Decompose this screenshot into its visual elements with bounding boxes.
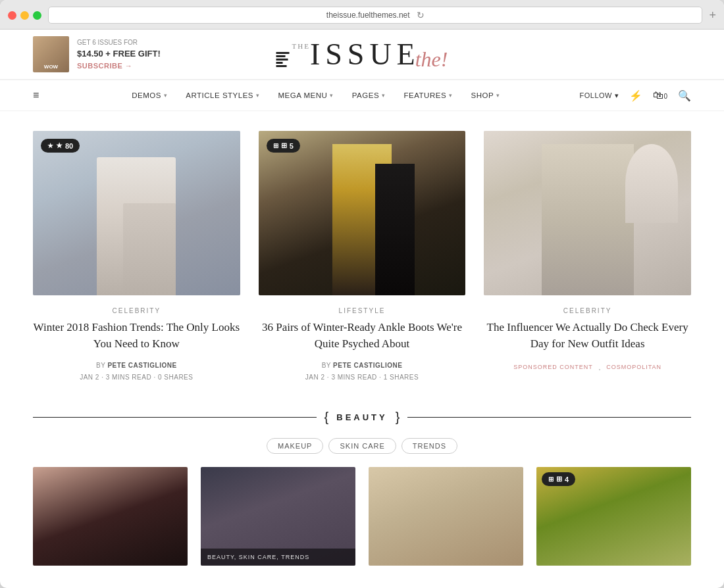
beauty-card[interactable]: ⊞ 4 bbox=[536, 467, 691, 566]
nav-article-styles[interactable]: ARTICLE STYLES ▾ bbox=[176, 80, 269, 111]
beauty-section-title: BEAUTY bbox=[331, 412, 392, 422]
beauty-image bbox=[33, 467, 188, 566]
badge-value: 4 bbox=[565, 476, 569, 483]
beauty-card[interactable]: BEAUTY, SKIN CARE, TRENDS bbox=[201, 467, 355, 566]
shop-chevron-icon: ▾ bbox=[496, 92, 500, 99]
nav-mega-menu-label: MEGA MENU bbox=[278, 91, 327, 99]
author-name: PETE CASTIGLIONE bbox=[333, 362, 402, 369]
nav-features[interactable]: FEATURES ▾ bbox=[395, 80, 462, 111]
article-image-wrap[interactable]: ★ 80 bbox=[33, 131, 240, 295]
search-icon[interactable]: 🔍 bbox=[678, 89, 691, 102]
article-meta: BY PETE CASTIGLIONE JAN 2 · 3 MINS READ … bbox=[259, 360, 466, 383]
badge-gallery-icon: ⊞ bbox=[281, 141, 287, 150]
nav-shop-label: SHOP bbox=[471, 91, 494, 99]
logo-sub-text: THE bbox=[292, 39, 310, 50]
article-tags: SPONSORED CONTENT · COSMOPOLITAN bbox=[484, 364, 691, 376]
nav-mega-menu[interactable]: MEGA MENU ▾ bbox=[269, 80, 342, 111]
article-grid: ★ 80 CELEBRITY Winter 2018 Fashion Trend… bbox=[0, 111, 724, 403]
issues-label: GET 6 ISSUES FOR bbox=[77, 37, 161, 47]
page-content: GET 6 ISSUES FOR $14.50 + FREE GIFT! SUB… bbox=[0, 30, 724, 579]
article-card: CELEBRITY The Influencer We Actually Do … bbox=[484, 131, 691, 383]
browser-chrome: theissue.fuelthemes.net ↻ + bbox=[0, 0, 724, 30]
hamburger-icon[interactable]: ≡ bbox=[33, 89, 39, 101]
nav-follow[interactable]: FOLLOW ▾ bbox=[579, 91, 619, 100]
nav-pages-label: PAGES bbox=[352, 91, 379, 99]
top-banner: GET 6 ISSUES FOR $14.50 + FREE GIFT! SUB… bbox=[0, 30, 724, 80]
price-label: $14.50 + FREE GIFT! bbox=[77, 47, 161, 61]
subscribe-link[interactable]: SUBSCRIBE → bbox=[77, 61, 161, 72]
new-tab-button[interactable]: + bbox=[709, 9, 716, 22]
article-styles-chevron-icon: ▾ bbox=[256, 92, 260, 99]
address-bar[interactable]: theissue.fuelthemes.net ↻ bbox=[48, 7, 702, 24]
author-name: PETE CASTIGLIONE bbox=[107, 362, 176, 369]
url-text: theissue.fuelthemes.net bbox=[326, 11, 410, 20]
article-category: CELEBRITY bbox=[33, 307, 240, 314]
cart-icon[interactable]: 🛍0 bbox=[653, 89, 667, 101]
badge-value: 5 bbox=[290, 142, 294, 150]
skin-care-tab-label: SKIN CARE bbox=[340, 442, 384, 450]
logo-main: ISSUE bbox=[310, 39, 421, 70]
beauty-image: BEAUTY, SKIN CARE, TRENDS bbox=[201, 467, 355, 566]
article-image-wrap[interactable]: ⊞ 5 bbox=[259, 131, 466, 295]
article-badge: ★ 80 bbox=[41, 139, 80, 153]
beauty-overlay: BEAUTY, SKIN CARE, TRENDS bbox=[201, 549, 355, 566]
article-date: JAN 2 bbox=[305, 374, 325, 381]
reload-icon[interactable]: ↻ bbox=[417, 10, 425, 20]
beauty-tab-trends[interactable]: TRENDS bbox=[401, 438, 457, 454]
traffic-lights bbox=[8, 11, 41, 20]
badge-star-icon: ★ bbox=[56, 141, 63, 150]
author-prefix: BY bbox=[322, 362, 333, 369]
follow-chevron-icon: ▾ bbox=[615, 91, 619, 100]
makeup-tab-label: MAKEUP bbox=[278, 442, 312, 450]
article-card: ★ 80 CELEBRITY Winter 2018 Fashion Trend… bbox=[33, 131, 240, 383]
minimize-button[interactable] bbox=[20, 11, 29, 20]
divider-line-left bbox=[33, 417, 317, 418]
beauty-card[interactable] bbox=[33, 467, 188, 566]
divider-line-right bbox=[407, 417, 691, 418]
nav-demos-label: DEMOS bbox=[132, 91, 161, 99]
nav-shop[interactable]: SHOP ▾ bbox=[462, 80, 509, 111]
nav-demos[interactable]: DEMOS ▾ bbox=[122, 80, 176, 111]
badge-value: 80 bbox=[65, 142, 73, 150]
article-title[interactable]: Winter 2018 Fashion Trends: The Only Loo… bbox=[33, 320, 240, 352]
browser-window: theissue.fuelthemes.net ↻ + GET 6 ISSUES… bbox=[0, 0, 724, 588]
pages-chevron-icon: ▾ bbox=[382, 92, 386, 99]
section-divider: { BEAUTY } bbox=[0, 403, 724, 438]
article-category: CELEBRITY bbox=[484, 307, 691, 314]
author-prefix: BY bbox=[96, 362, 107, 369]
trends-tab-label: TRENDS bbox=[413, 442, 446, 450]
beauty-image bbox=[369, 467, 523, 566]
open-brace-icon: { bbox=[324, 410, 329, 425]
article-meta: BY PETE CASTIGLIONE JAN 2 · 3 MINS READ … bbox=[33, 360, 240, 383]
close-button[interactable] bbox=[8, 11, 16, 20]
article-category: LIFESTYLE bbox=[259, 307, 466, 314]
article-date: JAN 2 bbox=[80, 374, 99, 381]
article-tag[interactable]: SPONSORED CONTENT bbox=[513, 364, 593, 376]
magazine-thumbnail bbox=[33, 36, 69, 72]
beauty-image: ⊞ 4 bbox=[536, 467, 691, 566]
article-read-time: 3 MINS READ bbox=[331, 374, 376, 381]
lightning-icon[interactable]: ⚡ bbox=[629, 89, 642, 102]
article-card: ⊞ 5 LIFESTYLE 36 Pairs of Winter-Ready A… bbox=[259, 131, 466, 383]
beauty-tab-makeup[interactable]: MAKEUP bbox=[267, 438, 323, 454]
article-title[interactable]: The Influencer We Actually Do Check Ever… bbox=[484, 320, 691, 352]
article-read-time: 3 MINS READ bbox=[106, 374, 151, 381]
article-title[interactable]: 36 Pairs of Winter-Ready Ankle Boots We'… bbox=[259, 320, 466, 352]
nav-features-label: FEATURES bbox=[404, 91, 447, 99]
beauty-card[interactable] bbox=[369, 467, 523, 566]
badge-gallery-icon: ⊞ bbox=[556, 475, 562, 483]
maximize-button[interactable] bbox=[33, 11, 41, 20]
nav-pages[interactable]: PAGES ▾ bbox=[343, 80, 395, 111]
cart-count: 0 bbox=[663, 93, 667, 100]
beauty-tab-skin-care[interactable]: SKIN CARE bbox=[328, 438, 396, 454]
article-image-wrap[interactable] bbox=[484, 131, 691, 295]
site-logo[interactable]: THE ISSUE the! bbox=[276, 39, 448, 70]
logo-barcode bbox=[276, 52, 290, 70]
logo-script: the! bbox=[415, 49, 448, 70]
divider-ornament: { BEAUTY } bbox=[317, 410, 408, 425]
beauty-tabs: MAKEUP SKIN CARE TRENDS bbox=[0, 438, 724, 467]
article-shares: 0 SHARES bbox=[158, 374, 193, 381]
close-brace-icon: } bbox=[396, 410, 400, 425]
article-badge: ⊞ 5 bbox=[267, 139, 300, 153]
article-tag[interactable]: COSMOPOLITAN bbox=[606, 364, 661, 376]
